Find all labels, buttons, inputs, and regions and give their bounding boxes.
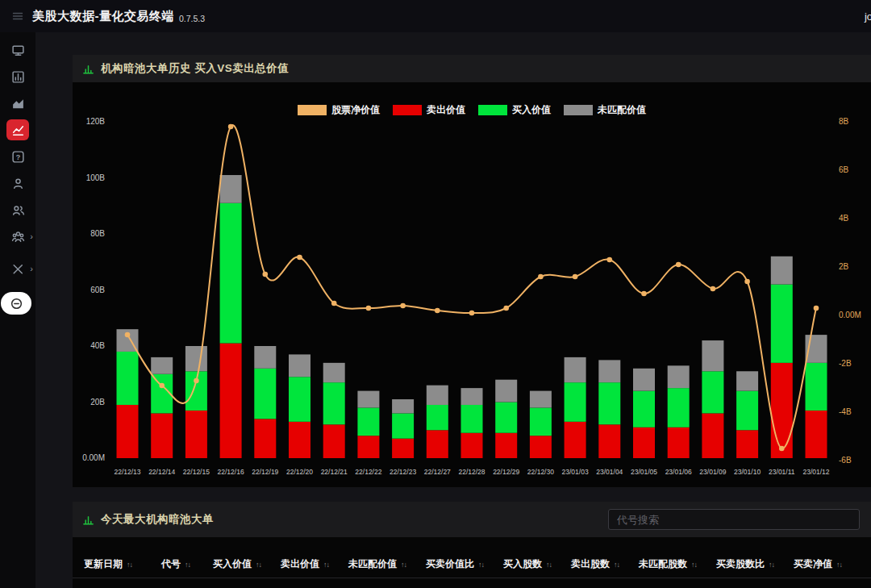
sort-arrows-icon[interactable]: ↑↓ — [614, 561, 619, 569]
line-marker[interactable] — [435, 308, 440, 314]
line-marker[interactable] — [469, 311, 475, 316]
bar-segment[interactable] — [702, 340, 723, 371]
sidebar-item-area-chart[interactable] — [0, 90, 35, 116]
sort-arrows-icon[interactable]: ↑↓ — [769, 561, 774, 569]
bar-segment[interactable] — [702, 371, 723, 413]
bar-segment[interactable] — [530, 407, 552, 436]
line-marker[interactable] — [676, 262, 681, 268]
bar-segment[interactable] — [220, 203, 242, 344]
bar-segment[interactable] — [185, 371, 207, 411]
bar-segment[interactable] — [806, 411, 827, 458]
bar-segment[interactable] — [117, 352, 139, 405]
bar-segment[interactable] — [151, 413, 173, 458]
column-header[interactable]: 未匹配价值↑↓ — [348, 557, 416, 571]
bar-segment[interactable] — [220, 175, 242, 203]
line-marker[interactable] — [503, 306, 509, 311]
bar-segment[interactable] — [289, 354, 310, 377]
sort-arrows-icon[interactable]: ↑↓ — [323, 561, 329, 569]
bar-segment[interactable] — [668, 388, 690, 427]
bar-segment[interactable] — [323, 382, 345, 424]
sort-arrows-icon[interactable]: ↑↓ — [185, 561, 190, 569]
bar-segment[interactable] — [392, 413, 414, 438]
bar-segment[interactable] — [117, 405, 139, 458]
legend-item[interactable]: 股票净价值 — [298, 103, 380, 117]
bar-segment[interactable] — [392, 439, 414, 458]
bar-segment[interactable] — [806, 363, 827, 411]
line-marker[interactable] — [263, 272, 269, 277]
menu-icon[interactable] — [10, 8, 26, 24]
bar-segment[interactable] — [495, 380, 517, 402]
line-marker[interactable] — [779, 446, 785, 452]
bar-segment[interactable] — [427, 405, 448, 430]
sort-arrows-icon[interactable]: ↑↓ — [401, 561, 406, 569]
bar-segment[interactable] — [702, 413, 723, 458]
bar-segment[interactable] — [736, 391, 758, 431]
bar-segment[interactable] — [427, 386, 448, 405]
bar-segment[interactable] — [427, 430, 448, 458]
bar-segment[interactable] — [668, 427, 690, 458]
bar-segment[interactable] — [633, 369, 655, 391]
bar-segment[interactable] — [771, 256, 793, 285]
column-header[interactable]: 未匹配股数↑↓ — [639, 557, 706, 571]
sidebar-item-users[interactable] — [0, 197, 35, 223]
bar-segment[interactable] — [668, 365, 690, 388]
column-header[interactable]: 买卖股数比↑↓ — [716, 557, 784, 571]
line-marker[interactable] — [331, 301, 337, 307]
bar-segment[interactable] — [357, 436, 379, 458]
bar-segment[interactable] — [598, 382, 620, 424]
bar-segment[interactable] — [736, 430, 758, 458]
bar-segment[interactable] — [771, 285, 793, 363]
bar-segment[interactable] — [736, 371, 758, 390]
bar-segment[interactable] — [289, 422, 310, 458]
bar-segment[interactable] — [598, 360, 620, 382]
column-header[interactable]: 代号↑↓ — [161, 557, 203, 571]
legend-item[interactable]: 买入价值 — [478, 103, 551, 117]
line-marker[interactable] — [400, 303, 406, 309]
sort-arrows-icon[interactable]: ↑↓ — [546, 561, 552, 569]
line-marker[interactable] — [641, 291, 647, 297]
line-marker[interactable] — [366, 306, 372, 311]
column-header[interactable]: 卖出价值↑↓ — [281, 557, 339, 571]
sidebar-item-dashboard[interactable] — [0, 37, 35, 63]
sort-arrows-icon[interactable]: ↑↓ — [256, 561, 261, 569]
bar-segment[interactable] — [633, 427, 655, 458]
line-marker[interactable] — [814, 306, 819, 311]
sidebar-item-line-chart[interactable] — [0, 117, 35, 143]
bar-segment[interactable] — [254, 369, 276, 419]
sidebar-item-team[interactable]: › — [0, 223, 35, 249]
sidebar-item-bar-chart[interactable] — [0, 64, 35, 90]
bar-segment[interactable] — [565, 382, 586, 422]
bar-segment[interactable] — [254, 346, 276, 369]
column-header[interactable]: 更新日期↑↓ — [84, 557, 152, 571]
bar-segment[interactable] — [185, 411, 207, 458]
sort-arrows-icon[interactable]: ↑↓ — [691, 561, 697, 569]
line-marker[interactable] — [744, 279, 750, 285]
bar-segment[interactable] — [771, 363, 793, 458]
bar-segment[interactable] — [151, 357, 173, 374]
bar-segment[interactable] — [530, 436, 552, 458]
line-marker[interactable] — [194, 378, 199, 384]
bar-segment[interactable] — [220, 344, 242, 458]
user-label[interactable]: jo — [865, 10, 871, 23]
bar-segment[interactable] — [323, 363, 345, 382]
bar-segment[interactable] — [495, 433, 517, 458]
line-marker[interactable] — [538, 274, 544, 280]
bar-segment[interactable] — [289, 377, 310, 422]
bar-segment[interactable] — [357, 391, 379, 408]
column-header[interactable]: 买入股数↑↓ — [503, 557, 561, 571]
bar-segment[interactable] — [185, 346, 207, 371]
bar-segment[interactable] — [323, 424, 345, 458]
bar-segment[interactable] — [461, 433, 483, 458]
column-header[interactable]: 买卖价值比↑↓ — [426, 557, 494, 571]
line-marker[interactable] — [125, 332, 131, 338]
bar-segment[interactable] — [633, 391, 655, 427]
sort-arrows-icon[interactable]: ↑↓ — [478, 561, 484, 569]
sidebar-item-collapse[interactable] — [1, 292, 31, 315]
bar-segment[interactable] — [565, 422, 586, 458]
sidebar-item-tools[interactable]: › — [0, 256, 35, 281]
sort-arrows-icon[interactable]: ↑↓ — [127, 561, 132, 569]
legend-item[interactable]: 卖出价值 — [393, 103, 465, 117]
line-marker[interactable] — [159, 383, 165, 389]
column-header[interactable]: 买入价值↑↓ — [213, 557, 271, 571]
bar-segment[interactable] — [598, 424, 620, 458]
